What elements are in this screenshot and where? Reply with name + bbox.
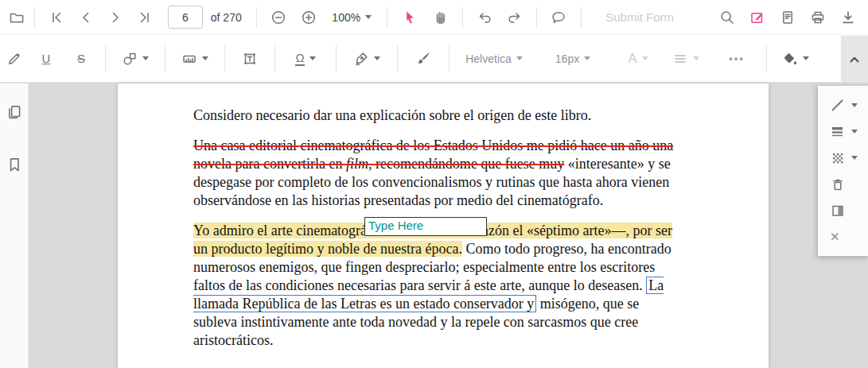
redo-button[interactable] [500, 3, 530, 32]
search-button[interactable] [712, 3, 742, 32]
chevron-down-icon [365, 15, 372, 19]
undo-button[interactable] [469, 3, 500, 32]
hand-icon [433, 10, 449, 25]
menu-folder-button[interactable] [5, 3, 28, 32]
notes-panel-button[interactable] [773, 3, 803, 32]
measure-dropdown-button[interactable] [172, 45, 218, 73]
text-color-icon: A [628, 51, 636, 67]
next-page-button[interactable] [101, 3, 130, 32]
zoom-in-button[interactable] [294, 3, 324, 32]
submit-form-button[interactable]: Submit Form [588, 10, 691, 24]
font-family-label: Helvetica [465, 52, 512, 65]
opacity-checker-icon [830, 150, 846, 166]
divider [256, 7, 257, 28]
comment-bubble-icon [551, 10, 566, 25]
chevron-left-icon [78, 10, 94, 25]
half-fill-square-icon [830, 203, 846, 219]
font-family-dropdown[interactable]: Helvetica [456, 45, 532, 73]
underline-button[interactable]: U [29, 45, 64, 73]
zoom-in-icon [301, 10, 317, 25]
opacity-dropdown[interactable] [818, 145, 868, 171]
zoom-level-label: 100% [332, 11, 360, 24]
fill-style-button[interactable] [818, 197, 868, 223]
zoom-level-dropdown[interactable]: 100% [330, 3, 374, 32]
thumbnails-panel-button[interactable] [6, 98, 23, 126]
divider [387, 7, 387, 28]
undo-icon [477, 10, 492, 25]
paragraph-3: Yo admiro el arte cinematográfico—llamad… [193, 222, 685, 350]
folder-icon [9, 10, 25, 25]
shapes-dropdown-button[interactable] [112, 45, 158, 73]
chevron-down-icon [851, 130, 858, 134]
delete-annotation-button[interactable] [818, 171, 868, 197]
divider [105, 45, 106, 72]
paragraph-2: Una casa editorial cinematográfica de lo… [193, 137, 685, 210]
ruler-icon [181, 51, 197, 67]
pen-icon [6, 51, 22, 67]
chevron-down-icon [642, 56, 648, 60]
stroke-style-dropdown[interactable] [818, 92, 868, 118]
strikeout-button[interactable]: S [64, 45, 99, 73]
signature-dropdown-button[interactable] [343, 45, 391, 73]
close-popup-button[interactable]: ✕ [818, 223, 868, 250]
annotate-toolbar: U S Ω [0, 35, 868, 83]
font-size-label: 16px [555, 52, 579, 65]
page-count-label: of 270 [211, 11, 242, 24]
download-icon [840, 10, 856, 25]
fill-color-dropdown[interactable] [773, 45, 818, 73]
divider [224, 45, 225, 72]
thickness-icon [830, 124, 846, 140]
divider [581, 7, 582, 28]
stroke-thickness-dropdown[interactable] [818, 118, 868, 145]
pan-tool-button[interactable] [426, 3, 456, 32]
last-page-button[interactable] [130, 3, 160, 32]
stamp-dropdown-button[interactable]: Ω [282, 45, 329, 73]
collapse-toolbar-button[interactable] [841, 36, 868, 83]
divider [766, 45, 767, 72]
chevron-down-icon [851, 156, 858, 160]
more-options-button[interactable]: ••• [718, 45, 755, 73]
signature-pen-icon [353, 51, 369, 67]
comment-button[interactable] [543, 3, 575, 32]
pdf-viewer-app: of 270 100% Submit Form [0, 0, 868, 368]
more-options-icon: ••• [729, 52, 745, 64]
first-page-button[interactable] [41, 3, 71, 32]
free-text-annotation[interactable]: Type Here [364, 217, 487, 236]
select-tool-button[interactable] [394, 3, 426, 32]
chevron-down-icon [142, 56, 149, 60]
paragraph-1: Considero necesario dar una explicación … [193, 107, 685, 125]
free-text-button[interactable] [232, 45, 268, 73]
align-lines-icon [672, 51, 688, 67]
download-button[interactable] [833, 3, 863, 32]
prev-page-button[interactable] [71, 3, 100, 32]
freehand-brush-button[interactable] [404, 45, 442, 73]
divider [34, 7, 35, 28]
edit-annotations-button[interactable] [742, 3, 773, 32]
chevron-up-icon [847, 52, 862, 68]
brush-icon [415, 51, 431, 67]
document-text-run: Considero necesario dar una explicación … [193, 107, 591, 123]
text-color-button[interactable]: A [620, 45, 656, 73]
redo-icon [507, 10, 523, 25]
bookmarks-panel-button[interactable] [6, 150, 23, 179]
font-size-dropdown[interactable]: 16px [543, 45, 602, 73]
alignment-dropdown[interactable] [664, 45, 707, 73]
chevron-down-icon [374, 56, 380, 60]
underline-icon: U [42, 52, 51, 65]
top-toolbar: of 270 100% Submit Form [0, 0, 868, 35]
divider [397, 45, 398, 72]
print-button[interactable] [803, 3, 833, 32]
divider [336, 45, 337, 72]
close-icon: ✕ [830, 230, 840, 244]
page-number-input[interactable] [168, 6, 203, 29]
divider [274, 45, 275, 72]
paint-bucket-icon [782, 51, 798, 67]
left-sidebar [0, 83, 29, 368]
chevron-down-icon [851, 103, 858, 107]
annotation-style-popup: ✕ [818, 86, 868, 256]
chevron-right-icon [107, 10, 123, 25]
divider [449, 45, 450, 72]
freehand-highlight-button[interactable] [0, 45, 29, 73]
divider [165, 45, 165, 72]
zoom-out-button[interactable] [263, 3, 294, 32]
